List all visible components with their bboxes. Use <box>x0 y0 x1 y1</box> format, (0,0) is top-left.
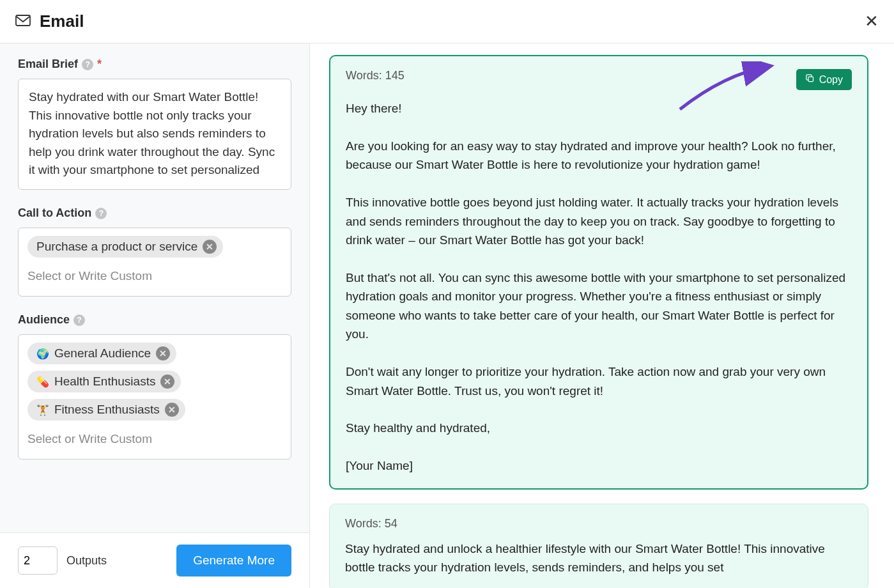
cta-tag: Purchase a product or service ✕ <box>27 236 223 258</box>
weightlift-icon: 🏋️ <box>36 404 49 416</box>
output-panel: Words: 145 Copy Hey there! Are you looki… <box>310 43 894 588</box>
form-footer: Outputs Generate More <box>0 532 309 588</box>
word-count: Words: 54 <box>345 517 397 530</box>
globe-icon: 🌍 <box>36 348 49 360</box>
cta-input[interactable]: Purchase a product or service ✕ Select o… <box>18 228 291 297</box>
audience-tag: 🏋️ Fitness Enthusiasts ✕ <box>27 399 185 421</box>
tag-remove-icon[interactable]: ✕ <box>156 346 170 360</box>
tag-remove-icon[interactable]: ✕ <box>165 403 179 417</box>
pill-icon: 💊 <box>36 376 49 388</box>
email-brief-label-text: Email Brief <box>18 58 78 71</box>
help-icon[interactable]: ? <box>82 59 93 70</box>
cta-placeholder[interactable]: Select or Write Custom <box>27 264 282 288</box>
tag-remove-icon[interactable]: ✕ <box>203 240 217 254</box>
svg-rect-0 <box>16 15 30 26</box>
cta-label-text: Call to Action <box>18 206 91 220</box>
audience-tag: 💊 Health Enthusiasts ✕ <box>27 371 181 392</box>
audience-input[interactable]: 🌍 General Audience ✕ 💊 Health Enthusiast… <box>18 334 291 460</box>
header: Email ✕ <box>0 0 894 43</box>
audience-label-text: Audience <box>18 313 70 327</box>
form-panel: Email Brief ? * Call to Action ? Purchas… <box>0 43 310 588</box>
tag-remove-icon[interactable]: ✕ <box>160 375 174 389</box>
word-count: Words: 145 <box>346 69 405 82</box>
output-body: Hey there! Are you looking for an easy w… <box>346 99 852 476</box>
cta-tag-label: Purchase a product or service <box>36 240 197 254</box>
audience-tag-label: General Audience <box>54 346 151 360</box>
copy-icon <box>805 74 815 86</box>
outputs-label: Outputs <box>66 554 167 568</box>
cta-label: Call to Action ? <box>18 206 291 220</box>
email-brief-label: Email Brief ? * <box>18 58 291 71</box>
envelope-icon <box>15 15 31 29</box>
audience-tag: 🌍 General Audience ✕ <box>27 343 176 364</box>
required-indicator: * <box>97 58 102 71</box>
page-title: Email <box>40 12 84 31</box>
help-icon[interactable]: ? <box>95 208 107 219</box>
audience-label: Audience ? <box>18 313 291 327</box>
generate-more-button[interactable]: Generate More <box>176 545 291 576</box>
output-body: Stay hydrated and unlock a healthier lif… <box>345 539 852 577</box>
help-icon[interactable]: ? <box>73 314 85 326</box>
audience-tag-label: Fitness Enthusiasts <box>54 403 160 417</box>
copy-button-label: Copy <box>819 74 843 86</box>
svg-rect-1 <box>808 77 813 82</box>
form-scroll[interactable]: Email Brief ? * Call to Action ? Purchas… <box>0 43 309 532</box>
audience-tag-label: Health Enthusiasts <box>54 375 155 389</box>
close-icon[interactable]: ✕ <box>865 12 879 31</box>
output-card[interactable]: Words: 145 Copy Hey there! Are you looki… <box>329 55 868 490</box>
copy-button[interactable]: Copy <box>796 69 852 90</box>
audience-placeholder[interactable]: Select or Write Custom <box>27 427 282 451</box>
email-brief-input[interactable] <box>21 82 288 184</box>
outputs-count-input[interactable] <box>18 546 58 575</box>
output-card[interactable]: Words: 54 Stay hydrated and unlock a hea… <box>329 504 868 588</box>
